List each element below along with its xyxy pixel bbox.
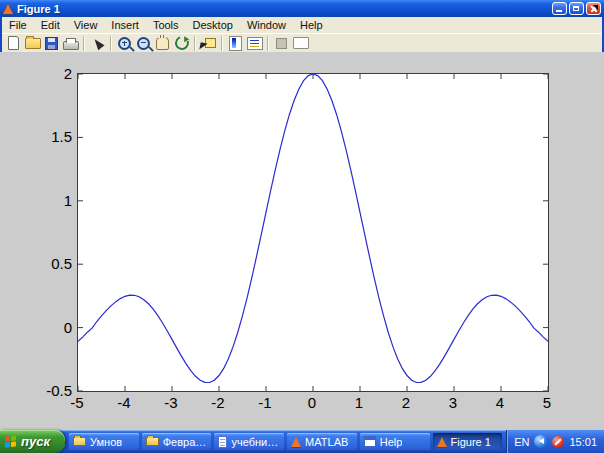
taskbar-item-figure-1[interactable]: Figure 1	[433, 433, 503, 450]
menu-item-window[interactable]: Window	[240, 18, 293, 33]
figure-window: Figure 1 FileEditViewInsertToolsDesktopW…	[0, 0, 604, 430]
toolbar-separator	[221, 36, 223, 51]
taskbar-item-умнов[interactable]: Умнов	[69, 433, 139, 450]
edit-plot-icon[interactable]	[88, 35, 107, 51]
taskbar-item-label: учебник_лекц_...	[231, 436, 280, 448]
y-tick-label: 2	[32, 65, 72, 82]
save-figure-icon[interactable]	[42, 35, 61, 51]
window-title: Figure 1	[17, 3, 552, 15]
zoom-in-icon[interactable]	[115, 35, 134, 51]
menu-item-insert[interactable]: Insert	[104, 18, 146, 33]
pan-icon[interactable]	[153, 35, 172, 51]
minimize-button[interactable]	[552, 2, 567, 15]
menubar-overflow-arrow-icon[interactable]	[593, 5, 598, 10]
taskbar-items: УмновФевраль 08учебник_лекц_...MATLABHel…	[65, 430, 506, 453]
language-indicator[interactable]: EN	[514, 436, 529, 448]
system-tray: EN 15:01	[506, 430, 604, 453]
taskbar-item-label: Февраль 08	[163, 436, 208, 448]
language-switcher-icon[interactable]	[534, 435, 547, 448]
figure-canvas: -5-4-3-2-1012345-0.500.511.52	[0, 52, 604, 430]
plot-axes	[77, 73, 549, 392]
restore-button[interactable]	[569, 2, 584, 15]
windows-logo-icon	[5, 435, 17, 448]
matlab-icon	[437, 437, 447, 447]
taskbar-item-label: MATLAB	[305, 436, 348, 448]
x-tick-label: 1	[342, 394, 376, 411]
matlab-figure-icon	[3, 4, 13, 14]
taskbar-item-matlab[interactable]: MATLAB	[287, 433, 357, 450]
data-cursor-icon[interactable]	[199, 35, 218, 51]
folder-icon	[73, 437, 86, 446]
titlebar[interactable]: Figure 1	[0, 0, 604, 17]
taskbar-item-label: Help	[380, 436, 403, 448]
taskbar-item-help[interactable]: Help	[360, 433, 430, 450]
plot-curve	[78, 74, 548, 383]
taskbar: пуск УмновФевраль 08учебник_лекц_...MATL…	[0, 430, 604, 453]
menu-item-file[interactable]: File	[2, 18, 34, 33]
folder-icon	[146, 437, 159, 446]
hide-plot-tools-icon[interactable]	[272, 35, 291, 51]
rotate-3d-icon[interactable]	[172, 35, 191, 51]
y-tick-label: 1	[32, 192, 72, 209]
print-figure-icon[interactable]	[61, 35, 80, 51]
menu-item-tools[interactable]: Tools	[146, 18, 186, 33]
toolbar-separator	[194, 36, 196, 51]
matlab-icon	[291, 437, 301, 447]
taskbar-item-февраль-08[interactable]: Февраль 08	[142, 433, 212, 450]
new-file-icon[interactable]	[4, 35, 23, 51]
x-tick-label: -4	[107, 394, 141, 411]
insert-legend-icon[interactable]	[245, 35, 264, 51]
open-file-icon[interactable]	[23, 35, 42, 51]
show-plot-tools-icon[interactable]	[291, 35, 310, 51]
x-tick-label: -2	[201, 394, 235, 411]
menu-item-view[interactable]: View	[67, 18, 105, 33]
x-tick-label: 0	[295, 394, 329, 411]
x-tick-label: 4	[483, 394, 517, 411]
menu-item-desktop[interactable]: Desktop	[186, 18, 240, 33]
plot-svg	[78, 74, 548, 391]
document-icon	[218, 436, 227, 448]
taskbar-item-label: Умнов	[90, 436, 122, 448]
menubar: FileEditViewInsertToolsDesktopWindowHelp	[2, 17, 602, 34]
tray-clock[interactable]: 15:01	[569, 436, 597, 448]
y-tick-label: 1.5	[32, 128, 72, 145]
y-tick-label: -0.5	[32, 382, 72, 399]
zoom-out-icon[interactable]	[134, 35, 153, 51]
menu-item-help[interactable]: Help	[293, 18, 330, 33]
x-tick-label: -1	[248, 394, 282, 411]
toolbar-separator	[83, 36, 85, 51]
x-tick-label: -3	[154, 394, 188, 411]
toolbar	[2, 34, 602, 53]
x-tick-label: 2	[389, 394, 423, 411]
start-button-label: пуск	[21, 434, 50, 449]
x-tick-label: 5	[530, 394, 564, 411]
taskbar-item-label: Figure 1	[451, 436, 491, 448]
antivirus-icon[interactable]	[552, 436, 564, 448]
y-tick-label: 0.5	[32, 255, 72, 272]
toolbar-separator	[267, 36, 269, 51]
taskbar-item-учебник-лекц-[interactable]: учебник_лекц_...	[214, 433, 284, 450]
insert-colorbar-icon[interactable]	[226, 35, 245, 51]
help-icon	[364, 436, 376, 447]
menu-item-edit[interactable]: Edit	[34, 18, 67, 33]
screen: Figure 1 FileEditViewInsertToolsDesktopW…	[0, 0, 604, 453]
start-button[interactable]: пуск	[0, 430, 65, 453]
y-tick-label: 0	[32, 319, 72, 336]
toolbar-separator	[110, 36, 112, 51]
x-tick-label: 3	[436, 394, 470, 411]
